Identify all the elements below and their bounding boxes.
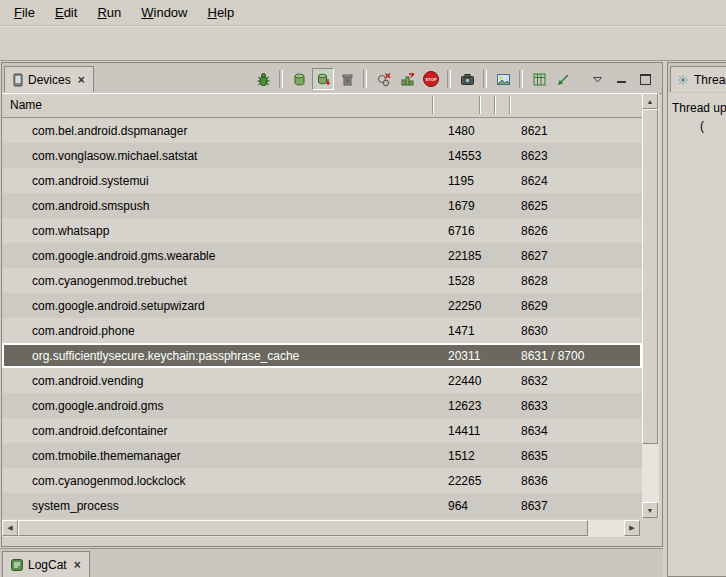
stop-process-icon[interactable]: STOP xyxy=(420,68,442,90)
process-name: com.bel.android.dspmanager xyxy=(2,124,434,138)
process-name: com.cyanogenmod.trebuchet xyxy=(2,274,434,288)
process-pid: 1679 xyxy=(434,199,489,213)
table-row[interactable]: com.android.defcontainer 14411 8634 xyxy=(2,418,642,443)
process-pid: 14553 xyxy=(434,149,489,163)
table-row[interactable]: com.android.systemui 1195 8624 xyxy=(2,168,642,193)
threads-icon xyxy=(677,74,689,86)
table-row[interactable]: com.tmobile.thememanager 1512 8635 xyxy=(2,443,642,468)
diagonal-layout-icon[interactable] xyxy=(552,68,574,90)
view-menu-dropdown-icon[interactable] xyxy=(586,68,608,90)
vertical-scrollbar-thumb[interactable] xyxy=(642,109,658,444)
table-row[interactable]: com.bel.android.dspmanager 1480 8621 xyxy=(2,118,642,143)
scroll-left-icon[interactable]: ◀ xyxy=(2,520,18,536)
process-name: com.android.defcontainer xyxy=(2,424,434,438)
menu-file[interactable]: File xyxy=(4,1,45,24)
columns-layout-icon[interactable] xyxy=(528,68,550,90)
column-divider[interactable] xyxy=(509,96,511,114)
table-row[interactable]: com.vonglasow.michael.satstat 14553 8623 xyxy=(2,143,642,168)
menu-window[interactable]: Window xyxy=(131,1,197,24)
process-port: 8624 xyxy=(515,174,642,188)
column-header-name[interactable]: Name xyxy=(2,93,642,117)
process-port: 8630 xyxy=(515,324,642,338)
threads-message-line1: Thread up xyxy=(672,99,726,117)
cause-gc-icon[interactable] xyxy=(336,68,358,90)
table-row[interactable]: com.whatsapp 6716 8626 xyxy=(2,218,642,243)
method-profiling-icon[interactable] xyxy=(396,68,418,90)
tab-threads[interactable]: Threads xyxy=(670,66,726,92)
application-window: File Edit Run Window Help Devices × xyxy=(0,0,726,577)
process-pid: 22440 xyxy=(434,374,489,388)
horizontal-scrollbar: ◀ ▶ xyxy=(2,520,640,537)
process-port: 8631 / 8700 xyxy=(515,349,642,363)
process-pid: 1528 xyxy=(434,274,489,288)
table-row[interactable]: com.cyanogenmod.trebuchet 1528 8628 xyxy=(2,268,642,293)
process-name: com.cyanogenmod.lockclock xyxy=(2,474,434,488)
tab-logcat-label: LogCat xyxy=(28,558,67,572)
dump-hprof-icon[interactable] xyxy=(312,68,334,90)
process-pid: 20311 xyxy=(434,349,489,363)
devices-toolbar: STOP xyxy=(252,66,656,92)
process-name: com.google.android.gms xyxy=(2,399,434,413)
toolbar-separator xyxy=(447,70,451,88)
scroll-right-icon[interactable]: ▶ xyxy=(624,520,640,536)
tab-devices[interactable]: Devices × xyxy=(4,66,94,92)
update-heap-icon[interactable] xyxy=(288,68,310,90)
close-icon[interactable]: × xyxy=(78,73,85,87)
process-pid: 22265 xyxy=(434,474,489,488)
tab-threads-label: Threads xyxy=(694,73,726,87)
process-name: system_process xyxy=(2,499,434,513)
column-divider[interactable] xyxy=(479,96,481,114)
menu-help[interactable]: Help xyxy=(197,1,244,24)
process-name: org.sufficientlysecure.keychain:passphra… xyxy=(2,349,434,363)
tab-logcat[interactable]: LogCat × xyxy=(2,551,90,577)
process-pid: 1480 xyxy=(434,124,489,138)
process-name: com.vonglasow.michael.satstat xyxy=(2,149,434,163)
process-port: 8637 xyxy=(515,499,642,513)
logcat-tabbar: LogCat × xyxy=(0,548,663,577)
toolbar-separator xyxy=(279,70,283,88)
process-name: com.android.vending xyxy=(2,374,434,388)
table-row[interactable]: com.google.android.gms.wearable 22185 86… xyxy=(2,243,642,268)
devices-tabbar: Devices × xyxy=(2,63,662,94)
vertical-scrollbar: ▲ ▼ xyxy=(642,93,659,518)
scroll-up-icon[interactable]: ▲ xyxy=(642,93,658,109)
table-row[interactable]: system_process 964 8637 xyxy=(2,493,642,518)
debug-process-icon[interactable] xyxy=(252,68,274,90)
table-row[interactable]: com.android.smspush 1679 8625 xyxy=(2,193,642,218)
toolbar-strip xyxy=(0,26,726,61)
table-row[interactable]: org.sufficientlysecure.keychain:passphra… xyxy=(2,343,642,368)
minimize-icon[interactable] xyxy=(610,68,632,90)
horizontal-scrollbar-thumb[interactable] xyxy=(18,520,588,536)
process-port: 8633 xyxy=(515,399,642,413)
table-row[interactable]: com.cyanogenmod.lockclock 22265 8636 xyxy=(2,468,642,493)
column-divider[interactable] xyxy=(432,96,434,114)
table-row[interactable]: com.google.android.setupwizard 22250 862… xyxy=(2,293,642,318)
ui-hierarchy-icon[interactable] xyxy=(492,68,514,90)
process-port: 8628 xyxy=(515,274,642,288)
table-row[interactable]: com.android.vending 22440 8632 xyxy=(2,368,642,393)
table-row[interactable]: com.google.android.gms 12623 8633 xyxy=(2,393,642,418)
process-pid: 12623 xyxy=(434,399,489,413)
process-port: 8625 xyxy=(515,199,642,213)
screen-capture-icon[interactable] xyxy=(456,68,478,90)
process-port: 8629 xyxy=(515,299,642,313)
close-icon[interactable]: × xyxy=(74,558,81,572)
threads-message-line2: ( xyxy=(672,117,726,135)
tab-devices-label: Devices xyxy=(28,73,71,87)
menu-edit[interactable]: Edit xyxy=(45,1,87,24)
process-pid: 22185 xyxy=(434,249,489,263)
process-port: 8635 xyxy=(515,449,642,463)
process-pid: 14411 xyxy=(434,424,489,438)
process-name: com.android.systemui xyxy=(2,174,434,188)
maximize-icon[interactable] xyxy=(634,68,656,90)
update-threads-icon[interactable] xyxy=(372,68,394,90)
process-name: com.tmobile.thememanager xyxy=(2,449,434,463)
column-divider[interactable] xyxy=(494,96,496,114)
stop-icon: STOP xyxy=(423,71,439,87)
process-port: 8632 xyxy=(515,374,642,388)
menu-run[interactable]: Run xyxy=(87,1,131,24)
table-row[interactable]: com.android.phone 1471 8630 xyxy=(2,318,642,343)
process-port: 8623 xyxy=(515,149,642,163)
toolbar-separator xyxy=(483,70,487,88)
scroll-down-icon[interactable]: ▼ xyxy=(642,502,658,518)
